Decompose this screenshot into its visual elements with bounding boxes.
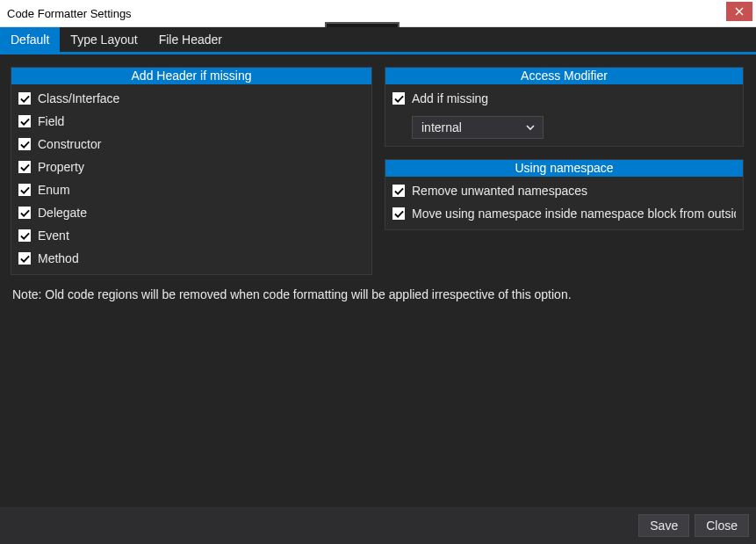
panel-add-header-title: Add Header if missing [11,68,371,84]
checkbox-constructor[interactable] [18,138,31,150]
check-label: Method [38,250,79,267]
checkbox-event[interactable] [18,229,31,242]
select-value: internal [421,120,462,134]
content: Add Header if missing Class/Interface Fi… [0,54,756,282]
check-label: Class/Interface [38,90,119,107]
check-property: Property [18,158,364,176]
check-icon [20,254,30,264]
checkbox-move-using[interactable] [392,207,405,220]
check-add-if-missing: Add if missing [392,90,736,107]
select-wrap: internal [412,116,736,139]
close-button[interactable]: Close [695,514,749,537]
panel-access-modifier-body: Add if missing internal [385,84,743,146]
check-label: Event [38,227,69,244]
tab-type-layout[interactable]: Type Layout [60,27,148,52]
checkbox-field[interactable] [18,115,31,127]
panel-add-header-body: Class/Interface Field Constructor Proper… [11,84,371,274]
check-enum: Enum [18,181,364,199]
check-icon [20,117,30,127]
check-icon [394,209,404,219]
check-icon [20,140,30,149]
tabs: Default Type Layout File Header [0,27,756,54]
checkbox-class-interface[interactable] [18,92,31,105]
check-icon [20,231,30,241]
footer: Save Close [0,507,756,544]
checkbox-enum[interactable] [18,184,31,196]
panel-access-modifier: Access Modifier Add if missing internal [385,67,744,147]
check-label: Move using namespace inside namespace bl… [412,205,736,222]
panel-access-modifier-title: Access Modifier [385,68,743,84]
checkbox-remove-unwanted[interactable] [392,185,405,197]
checkbox-method[interactable] [18,252,31,265]
right-column: Access Modifier Add if missing internal [385,67,744,275]
save-button[interactable]: Save [638,514,689,537]
checkbox-property[interactable] [18,161,31,173]
check-constructor: Constructor [18,135,364,153]
check-icon [20,94,30,104]
check-method: Method [18,250,364,267]
check-label: Field [38,112,64,130]
check-move-using: Move using namespace inside namespace bl… [392,205,736,222]
window-body: Default Type Layout File Header Add Head… [0,27,756,544]
check-remove-unwanted: Remove unwanted namespaces [392,182,736,199]
check-icon [20,208,30,218]
tab-default[interactable]: Default [0,27,60,52]
window-title: Code Formatter Settings [7,7,132,20]
note-text: Note: Old code regions will be removed w… [0,282,756,307]
check-label: Delegate [38,204,87,221]
close-icon [735,7,744,16]
check-label: Add if missing [412,90,488,107]
check-event: Event [18,227,364,244]
panel-using-namespace: Using namespace Remove unwanted namespac… [385,159,744,230]
check-label: Enum [38,181,70,199]
panel-add-header: Add Header if missing Class/Interface Fi… [11,67,372,275]
check-label: Property [38,158,84,176]
tab-file-header[interactable]: File Header [148,27,233,52]
panel-using-namespace-title: Using namespace [385,160,743,177]
chevron-down-icon [525,122,536,133]
checkbox-delegate[interactable] [18,207,31,219]
check-label: Remove unwanted namespaces [412,182,587,199]
check-icon [394,186,404,196]
window-close-button[interactable] [726,2,752,21]
check-delegate: Delegate [18,204,364,221]
access-modifier-select[interactable]: internal [412,116,544,139]
checkbox-add-if-missing[interactable] [392,92,405,105]
check-label: Constructor [38,135,101,153]
check-icon [394,94,404,104]
panel-using-namespace-body: Remove unwanted namespaces Move using na… [385,177,743,229]
check-field: Field [18,112,364,130]
check-class-interface: Class/Interface [18,90,364,107]
check-icon [20,163,30,172]
check-icon [20,185,30,195]
